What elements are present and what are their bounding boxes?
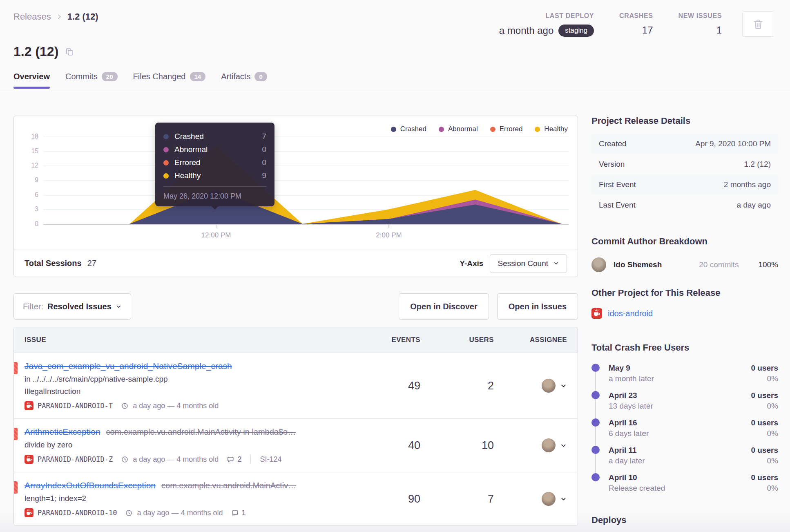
detail-row: Last Event a day ago — [591, 195, 778, 215]
project-slug: PARANOID-ANDROID-T — [38, 402, 113, 410]
legend-item-healthy[interactable]: Healthy — [535, 125, 568, 133]
timeline-dot-icon — [591, 446, 600, 454]
tab-label: Artifacts — [221, 72, 250, 81]
assignee-dropdown[interactable] — [494, 379, 567, 393]
clock-icon — [121, 402, 129, 410]
assignee-dropdown[interactable] — [494, 492, 567, 506]
delete-release-button[interactable] — [742, 11, 774, 37]
issue-link[interactable]: Java_com_example_vu_android_NativeSample… — [25, 361, 232, 371]
detail-label: Created — [599, 139, 627, 148]
open-in-issues-button[interactable]: Open in Issues — [497, 293, 578, 320]
timeline-percent: 0% — [751, 428, 778, 439]
avatar — [542, 438, 556, 452]
list-item: April 11 a day later 0 users 0% — [591, 445, 778, 466]
comment-count-value: 2 — [237, 455, 241, 464]
issue-age: a day ago — 4 months old — [133, 455, 219, 464]
meta-divider — [250, 455, 251, 464]
tab-artifacts[interactable]: Artifacts 0 — [221, 72, 267, 88]
healthy-dot-icon — [163, 173, 169, 179]
filter-label: Filter: — [23, 302, 43, 311]
other-project-link[interactable]: idos-android — [608, 309, 653, 318]
assignee-chevron-icon[interactable] — [560, 442, 567, 449]
unhandled-indicator — [14, 362, 18, 374]
tab-count-badge: 14 — [190, 72, 206, 81]
release-stats: LAST DEPLOY a month ago staging CRASHES … — [499, 12, 722, 37]
issue-users-count: 10 — [420, 439, 494, 452]
open-in-discover-button[interactable]: Open in Discover — [399, 293, 489, 320]
timeline-percent: 0% — [751, 401, 778, 411]
issue-location: in ../../../../src/main/cpp/native-sampl… — [25, 375, 347, 384]
issues-table: ISSUE EVENTS USERS ASSIGNEE Java_com_exa… — [13, 327, 578, 526]
breadcrumb-current: 1.2 (12) — [67, 11, 98, 22]
list-item: April 16 6 days later 0 users 0% — [591, 418, 778, 439]
y-axis-select[interactable]: Session Count — [490, 254, 567, 273]
timeline-percent: 0% — [751, 456, 778, 466]
comment-count: 2 — [227, 455, 241, 464]
detail-row: First Event 2 months ago — [591, 174, 778, 195]
tooltip-value: 0 — [262, 145, 266, 154]
total-sessions-label: Total Sessions — [25, 259, 82, 268]
issue-message: length=1; index=2 — [25, 494, 347, 503]
timeline-dot-icon — [591, 418, 600, 427]
total-sessions-value: 27 — [87, 259, 96, 268]
issue-users-count: 2 — [420, 380, 494, 392]
trash-icon — [752, 18, 764, 30]
timeline-users: 0 users — [751, 390, 778, 401]
tab-commits[interactable]: Commits 20 — [65, 72, 118, 88]
section-title: Project Release Details — [591, 116, 778, 126]
author-row: Ido Shemesh 20 commits 100% — [591, 257, 778, 272]
issues-toolbar: Filter: Resolved Issues Open in Discover… — [13, 293, 578, 320]
legend-label: Healthy — [544, 125, 568, 133]
detail-label: Version — [599, 160, 625, 169]
legend-label: Crashed — [400, 125, 426, 133]
detail-value: 1.2 (12) — [744, 160, 771, 169]
list-item: April 23 13 days later 0 users 0% — [591, 390, 778, 411]
legend-item-errored[interactable]: Errored — [490, 125, 523, 133]
issue-link[interactable]: ArrayIndexOutOfBoundsException — [25, 481, 156, 490]
crashed-dot-icon — [163, 134, 169, 139]
tab-overview[interactable]: Overview — [13, 72, 50, 88]
unhandled-indicator — [14, 428, 18, 440]
tabs-divider — [0, 91, 790, 91]
breadcrumb-releases-link[interactable]: Releases — [13, 11, 51, 22]
tooltip-label: Healthy — [174, 171, 201, 180]
tooltip-label: Abnormal — [174, 145, 208, 154]
crash-free-users-section: Total Crash Free Users May 9 a month lat… — [591, 342, 778, 500]
column-events: EVENTS — [347, 336, 420, 344]
legend-label: Abnormal — [448, 125, 478, 133]
legend-item-abnormal[interactable]: Abnormal — [439, 125, 478, 133]
assignee-dropdown[interactable] — [494, 438, 567, 452]
sessions-chart-card: 18 15 12 9 6 3 0 12:00 PM 2:00 PM Crashe… — [13, 116, 578, 277]
tooltip-timestamp: May 26, 2020 12:00 PM — [163, 186, 266, 201]
section-title: Total Crash Free Users — [591, 342, 778, 353]
errored-dot-icon — [163, 160, 169, 165]
copy-version-button[interactable] — [64, 47, 75, 57]
stacked-area-plot — [14, 116, 578, 251]
author-commit-count: 20 commits — [699, 260, 739, 269]
release-overview-page: Releases 1.2 (12) LAST DEPLOY a month ag… — [0, 0, 790, 532]
tab-label: Overview — [13, 72, 50, 81]
project-slug: PARANOID-ANDROID-10 — [38, 509, 117, 517]
section-title: Other Project for This Release — [591, 288, 778, 298]
assignee-chevron-icon[interactable] — [560, 382, 567, 389]
issue-culprit: com.example.vu.android.MainActivity in l… — [106, 427, 296, 436]
issue-users-count: 7 — [420, 493, 494, 505]
comment-count-value: 1 — [242, 509, 246, 517]
issue-message: IllegalInstruction — [25, 387, 347, 396]
assignee-chevron-icon[interactable] — [560, 496, 567, 503]
issues-filter-select[interactable]: Filter: Resolved Issues — [13, 293, 131, 320]
stat-new-issues: NEW ISSUES 1 — [678, 12, 722, 37]
detail-value: a day ago — [737, 201, 771, 210]
issue-events-count: 90 — [347, 493, 420, 505]
column-users: USERS — [420, 336, 494, 344]
stat-label: CRASHES — [619, 12, 653, 20]
release-title-row: 1.2 (12) — [13, 44, 75, 59]
issue-link[interactable]: ArithmeticException — [25, 427, 100, 436]
legend-item-crashed[interactable]: Crashed — [391, 125, 426, 133]
clock-icon — [125, 509, 133, 517]
tab-files-changed[interactable]: Files Changed 14 — [133, 72, 206, 88]
detail-row: Created Apr 9, 2020 10:00 PM — [591, 134, 778, 154]
java-platform-icon — [25, 455, 33, 464]
healthy-dot-icon — [535, 127, 540, 132]
stat-label: LAST DEPLOY — [499, 12, 594, 20]
